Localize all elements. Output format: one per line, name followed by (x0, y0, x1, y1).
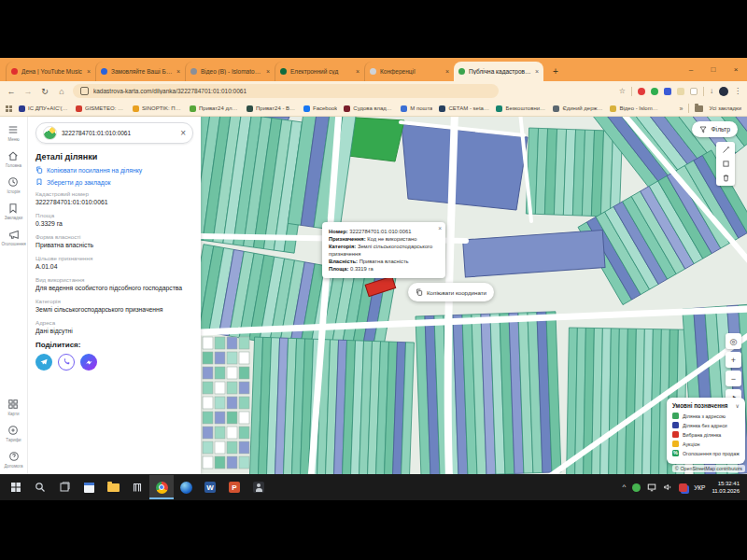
chrome-menu-icon[interactable]: ⋮ (734, 87, 741, 95)
bookmarks-overflow-icon[interactable]: » (680, 105, 684, 112)
bookmark-item[interactable]: ІС ДПУ+АІС'(12) (19, 105, 69, 112)
bookmark-item[interactable]: Приват24 - Ваш жи... (247, 105, 297, 112)
profile-avatar[interactable] (719, 87, 728, 96)
copy-parcel-link[interactable]: Копіювати посилання на ділянку (35, 166, 193, 174)
browser-tab[interactable]: Замовляйте Ваші Білети з До... × (95, 62, 185, 81)
back-icon[interactable]: ← (6, 87, 17, 96)
extension-icon-green[interactable] (651, 88, 658, 95)
bookmark-item[interactable]: Facebook (303, 105, 337, 112)
bookmark-item[interactable]: Єдиний державни... (553, 105, 603, 112)
all-bookmarks-label[interactable]: Усі закладки (709, 105, 741, 111)
browser-tab[interactable]: Електронний суд × (275, 62, 364, 81)
rail-item-maps[interactable]: Карти (7, 399, 19, 416)
tab-close-icon[interactable]: × (535, 68, 539, 75)
rail-item-menu[interactable]: Меню (7, 124, 19, 142)
menu-icon (7, 124, 19, 135)
bookmark-item[interactable]: Безкоштовний зап... (496, 105, 546, 112)
viber-icon[interactable] (58, 354, 75, 371)
maximize-button[interactable]: □ (702, 58, 725, 81)
bookmark-item[interactable]: GISMETEO: Погода... (76, 105, 126, 112)
save-bookmark-link[interactable]: Зберегти до закладок (35, 178, 193, 186)
new-tab-button[interactable]: + (549, 65, 562, 78)
tab-close-icon[interactable]: × (266, 68, 270, 75)
filter-button[interactable]: Фільтр (692, 121, 738, 137)
volume-tray-icon[interactable] (663, 483, 672, 492)
bookmark-label: Приват24 - Ваш жи... (256, 105, 297, 111)
calendar-app-icon[interactable] (77, 475, 101, 499)
tab-close-icon[interactable]: × (176, 68, 180, 75)
search-input[interactable]: 3222784701:01:010:0061 (62, 130, 176, 136)
bookmark-icon (7, 203, 19, 214)
bookmark-item[interactable]: М пошта (401, 105, 432, 112)
messenger-icon[interactable] (80, 354, 97, 371)
home-icon[interactable]: ⌂ (56, 87, 67, 96)
extension-icon-red[interactable] (638, 88, 645, 95)
browser-tab[interactable]: Дена | YouTube Music × (6, 62, 95, 81)
tray-expand-icon[interactable]: ^ (622, 483, 626, 491)
address-bar[interactable]: kadastrova-karta.com/dilyanka/3222784701… (73, 84, 499, 98)
rail-item-help[interactable]: Допомога (4, 451, 22, 469)
bookmark-item[interactable]: Судова влада Укра... (344, 105, 394, 112)
extension-icon-white[interactable] (690, 88, 698, 95)
telegram-icon[interactable] (35, 354, 52, 371)
tab-favicon (190, 68, 197, 75)
app-tray-icon[interactable] (679, 483, 687, 492)
antivirus-tray-icon[interactable] (632, 483, 641, 492)
page-content: Меню Головна Історія Закладки Оголошення (0, 117, 747, 474)
trash-icon[interactable] (722, 174, 730, 182)
chrome-taskbar-icon[interactable] (149, 475, 174, 499)
start-button[interactable] (4, 475, 28, 499)
word-icon[interactable]: W (198, 475, 222, 499)
bookmark-item[interactable]: СЕТАМ - setam.net... (439, 105, 489, 112)
bookmark-item[interactable]: SINOPTIK: Погода в... (133, 105, 183, 112)
rail-item-history[interactable]: Історія (7, 176, 21, 194)
search-clear-icon[interactable]: × (180, 128, 186, 138)
pinned-app-icon[interactable] (125, 475, 149, 499)
language-indicator[interactable]: УКР (694, 484, 705, 491)
download-icon[interactable]: ↓ (710, 87, 713, 95)
extension-icon-blue[interactable] (664, 88, 671, 95)
toolbar-divider (703, 87, 704, 96)
measure-icon[interactable] (722, 146, 730, 154)
browser-tab[interactable]: Відео (В) - Islomatova787@g... × (185, 62, 275, 81)
reload-icon[interactable]: ↻ (39, 87, 50, 96)
copy-coordinates-button[interactable]: Копіювати координати (408, 283, 494, 301)
popup-close-icon[interactable]: × (438, 225, 442, 231)
bookmark-label: Приват24 для бізне... (199, 105, 240, 111)
tab-close-icon[interactable]: × (87, 68, 91, 75)
rail-item-tariffs[interactable]: Тарифи (6, 425, 21, 442)
zoom-in-button[interactable]: + (726, 352, 741, 368)
cadastral-map[interactable]: × Номер: 3222784701:01:010:0061 Призначе… (201, 117, 747, 474)
browser-tab[interactable]: Конференції × (364, 62, 454, 81)
rail-item-home[interactable]: Головна (6, 150, 21, 168)
forward-icon[interactable]: → (22, 87, 34, 96)
bookmark-item[interactable]: Приват24 для бізне... (190, 105, 240, 112)
browser-tab[interactable]: Публічна кадастрова карта У... × (454, 62, 543, 81)
parcel-search-bar[interactable]: 3222784701:01:010:0061 × (35, 122, 193, 144)
contacts-app-icon[interactable] (247, 475, 271, 499)
rail-item-bookmarks[interactable]: Закладки (5, 203, 22, 220)
taskbar-search-button[interactable] (28, 475, 52, 499)
task-view-button[interactable] (52, 475, 77, 499)
powerpoint-icon[interactable]: P (222, 475, 247, 499)
browser-app-icon[interactable] (174, 475, 198, 499)
file-explorer-icon[interactable] (101, 475, 125, 499)
zoom-out-button[interactable]: − (726, 371, 741, 386)
display-tray-icon[interactable] (647, 483, 656, 492)
tab-close-icon[interactable]: × (445, 68, 449, 75)
bookmark-item[interactable]: Відео - Islomatova7... (610, 105, 660, 112)
rail-item-announcements[interactable]: Оголошення (1, 229, 25, 246)
megaphone-icon (8, 229, 20, 240)
polygon-icon[interactable] (722, 160, 730, 168)
minimize-button[interactable]: – (680, 58, 702, 81)
bookmark-star-icon[interactable]: ☆ (619, 87, 626, 95)
legend-header[interactable]: Умовні позначення ∨ (672, 402, 740, 409)
clock[interactable]: 15:32:41 11.03.2026 (712, 480, 740, 495)
extension-icon-beige[interactable] (677, 88, 684, 95)
locate-button[interactable]: ◎ (726, 333, 741, 349)
tab-favicon (11, 68, 18, 75)
close-button[interactable]: × (725, 58, 747, 81)
apps-grid-icon[interactable] (6, 105, 12, 112)
tab-close-icon[interactable]: × (356, 68, 359, 75)
panel-title: Деталі ділянки (35, 152, 193, 161)
